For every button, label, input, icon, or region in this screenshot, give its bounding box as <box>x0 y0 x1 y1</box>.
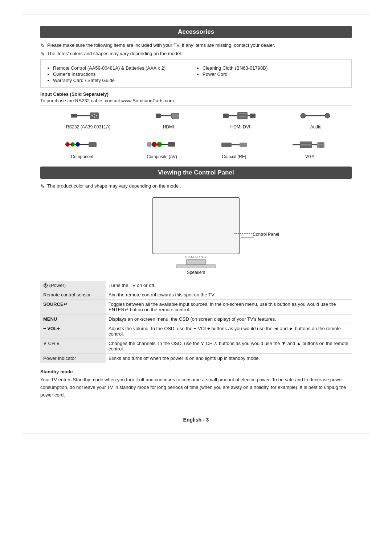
accessories-col-2: Cleaning Cloth (BN63-01798B) Power Cord <box>196 65 346 84</box>
control-row: Power Indicator Blinks and turns off whe… <box>40 354 352 363</box>
svg-point-20 <box>301 113 306 118</box>
svg-rect-0 <box>71 114 77 118</box>
coaxial-cable-icon <box>220 137 249 152</box>
footer: English - 3 <box>40 417 352 423</box>
svg-rect-11 <box>223 114 229 118</box>
cable-label-hdmi-dvi: HDMI-DVI <box>201 123 280 130</box>
control-key: Power Indicator <box>40 354 106 363</box>
control-panel-box <box>234 233 254 241</box>
svg-point-6 <box>94 116 95 118</box>
tv-diagram-area: SAMSUNG Speakers Control Panel <box>40 197 352 275</box>
accessory-item: Owner's Instructions <box>53 71 196 77</box>
control-row: ⏻ (Power) Turns the TV on or off. <box>40 281 352 290</box>
svg-point-23 <box>65 142 70 147</box>
accessory-item: Power Cord <box>203 71 346 77</box>
standby-text: Your TV enters Standby mode when you tur… <box>40 376 352 399</box>
control-key: Remote control sensor <box>40 290 106 300</box>
control-desc: Displays an on-screen menu, the OSD (on … <box>106 315 352 324</box>
samsung-label: SAMSUNG <box>138 254 254 259</box>
cable-label-component: Component <box>40 153 124 160</box>
svg-rect-41 <box>300 141 312 148</box>
control-desc: Adjusts the volume. In the OSD, use the … <box>106 324 352 339</box>
viewing-header: Viewing the Control Panel <box>40 167 352 179</box>
svg-rect-37 <box>221 143 232 147</box>
svg-rect-36 <box>168 142 175 147</box>
speakers-label: Speakers <box>138 270 254 275</box>
control-panel-label: Control Panel <box>253 232 279 237</box>
vga-cable-icon <box>292 137 328 152</box>
svg-rect-7 <box>156 114 161 118</box>
input-cables-title: Input Cables (Sold Separately) <box>40 91 352 97</box>
control-row: MENU Displays an on-screen menu, the OSD… <box>40 315 352 324</box>
cable-label-composite: Composite (AV) <box>124 153 200 160</box>
audio-cable-icon <box>299 109 332 122</box>
composite-cable-icon <box>146 137 178 152</box>
accessories-col-1: Remote Control (AA59-00481A) & Batteries… <box>46 65 196 84</box>
control-desc: Toggles between all the available input … <box>106 300 352 315</box>
viewing-section: Viewing the Control Panel ✎ The product … <box>40 167 352 399</box>
standby-title: Standby mode <box>40 369 352 374</box>
control-row: SOURCE↵ Toggles between all the availabl… <box>40 300 352 315</box>
control-key: ∨ CH ∧ <box>40 339 106 354</box>
page-wrapper: Accessories ✎ Please make sure the follo… <box>22 15 370 434</box>
cable-label-hdmi: HDMI <box>136 123 201 130</box>
svg-point-5 <box>96 115 97 116</box>
control-table: ⏻ (Power) Turns the TV on or off. Remote… <box>40 281 352 363</box>
accessories-header: Accessories <box>40 26 352 38</box>
hdmi-cable-icon <box>154 109 183 122</box>
svg-point-3 <box>91 115 93 116</box>
note-icon-1: ✎ <box>40 42 45 49</box>
control-key: SOURCE↵ <box>40 300 106 315</box>
cable-label-rs232: RS232 (AA39-00311A) <box>40 123 136 130</box>
svg-rect-39 <box>240 143 247 147</box>
accessory-item: Remote Control (AA59-00481A) & Batteries… <box>53 65 196 71</box>
rs232-cable-icon <box>70 109 106 122</box>
tv-screen <box>152 197 240 254</box>
note-icon-3: ✎ <box>40 183 45 190</box>
svg-rect-19 <box>250 114 256 118</box>
control-row: ∨ CH ∧ Changes the channels. In the OSD,… <box>40 339 352 354</box>
cable-label-vga: VGA <box>268 153 352 160</box>
tv-diagram: SAMSUNG Speakers <box>138 197 254 275</box>
accessory-item: Cleaning Cloth (BN63-01798B) <box>203 65 346 71</box>
hdmi-dvi-cable-icon <box>222 109 258 122</box>
cables-table-2: Component Composite (AV) Coaxial (RF) VG… <box>40 134 352 160</box>
svg-rect-10 <box>172 114 179 118</box>
footer-label: English - 3 <box>183 417 209 423</box>
control-desc: Aim the remote control towards this spot… <box>106 290 352 300</box>
svg-rect-13 <box>237 112 248 119</box>
tv-foot <box>176 264 216 268</box>
control-desc: Changes the channels. In the OSD, use th… <box>106 339 352 354</box>
note-icon-2: ✎ <box>40 51 45 57</box>
cable-label-audio: Audio <box>280 123 352 130</box>
control-key: MENU <box>40 315 106 324</box>
control-key: ⏻ (Power) <box>40 281 106 290</box>
component-cable-icon <box>64 137 100 152</box>
accessory-item: Warranty Card / Safety Guide <box>53 78 196 83</box>
control-desc: Turns the TV on or off. <box>106 281 352 290</box>
svg-point-22 <box>325 113 330 118</box>
accessories-box: Remote Control (AA59-00481A) & Batteries… <box>40 59 352 88</box>
accessories-note1: ✎ Please make sure the following items a… <box>40 42 352 49</box>
accessories-section: Accessories ✎ Please make sure the follo… <box>40 26 352 160</box>
svg-point-4 <box>94 114 95 115</box>
svg-rect-2 <box>90 112 99 119</box>
input-cables-note: To purchase the RS232 cable, contact www… <box>40 98 352 103</box>
control-desc: Blinks and turns off when the power is o… <box>106 354 352 363</box>
svg-rect-29 <box>89 142 97 147</box>
svg-point-30 <box>147 142 152 147</box>
viewing-note: ✎ The product color and shape may vary d… <box>40 183 352 190</box>
control-row: Remote control sensor Aim the remote con… <box>40 290 352 300</box>
cable-label-coaxial: Coaxial (RF) <box>200 153 268 160</box>
tv-neck <box>186 259 206 264</box>
accessories-note2: ✎ The items' colors and shapes may vary … <box>40 51 352 57</box>
control-row: − VOL+ Adjusts the volume. In the OSD, u… <box>40 324 352 339</box>
control-key: − VOL+ <box>40 324 106 339</box>
accessories-list: Remote Control (AA59-00481A) & Batteries… <box>46 65 346 84</box>
cables-table-1: RS232 (AA39-00311A) HDMI HDMI-DVI Audio <box>40 106 352 130</box>
